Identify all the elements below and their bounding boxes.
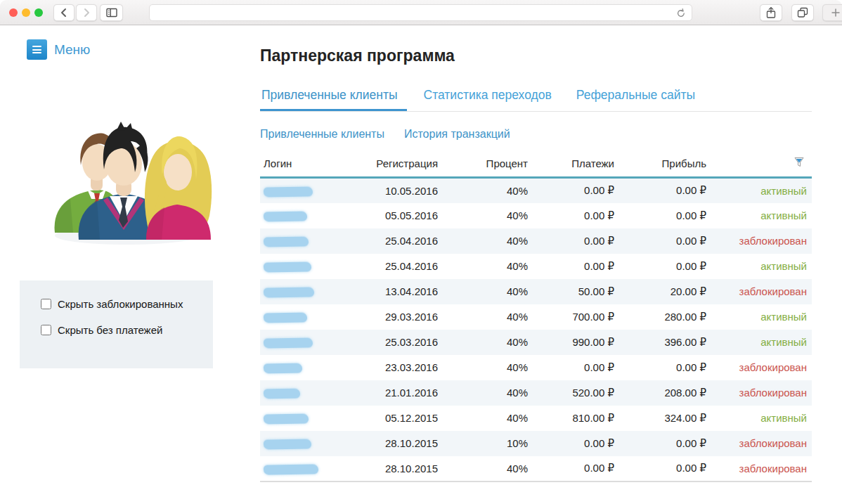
new-tab-button[interactable] (822, 4, 842, 21)
redacted-login[interactable] (264, 413, 309, 424)
status-cell: заблокирован (708, 228, 812, 254)
percent-cell: 40% (439, 330, 529, 355)
payments-cell: 50.00 ₽ (529, 279, 616, 304)
status-cell: активный (708, 254, 812, 279)
tab-referral-sites[interactable]: Реферальные сайты (575, 82, 703, 111)
login-cell (260, 178, 351, 203)
address-bar[interactable] (149, 4, 692, 21)
sidebar-toggle-button[interactable] (100, 4, 123, 21)
redacted-login[interactable] (264, 236, 309, 247)
registration-cell: 10.05.2016 (351, 178, 439, 203)
tab-attracted-clients[interactable]: Привлеченные клиенты (260, 82, 407, 111)
registration-cell: 05.05.2016 (351, 203, 439, 228)
forward-button[interactable] (76, 4, 97, 21)
filter-row-1[interactable]: Скрыть заблокированных (41, 298, 213, 310)
filter-label-1: Скрыть заблокированных (58, 298, 183, 310)
column-header-3: Процент (439, 152, 529, 178)
redacted-login[interactable] (264, 211, 307, 221)
profit-cell: 396.00 ₽ (616, 330, 708, 355)
percent-cell: 40% (439, 279, 529, 304)
profit-cell: 324.00 ₽ (616, 406, 708, 431)
filter-row-2[interactable]: Скрыть без платежей (41, 324, 213, 336)
filter-checkbox-1[interactable] (41, 299, 51, 309)
column-header-2: Регистрация (351, 152, 439, 178)
registration-cell: 13.04.2016 (351, 279, 439, 304)
status-cell: заблокирован (708, 431, 812, 456)
client-row[interactable]: 10.05.201640%0.00 ₽0.00 ₽активный (260, 178, 812, 203)
filter-label-2: Скрыть без платежей (58, 324, 162, 336)
close-window-button[interactable] (9, 8, 18, 17)
column-header-5: Прибыль (616, 152, 708, 178)
subtab-transaction-history[interactable]: История транзакций (404, 128, 510, 141)
percent-cell: 40% (439, 304, 529, 330)
filter-column-header[interactable] (708, 152, 812, 178)
profit-cell: 0.00 ₽ (616, 456, 708, 482)
login-cell (260, 228, 351, 254)
show-all-tabs-button[interactable] (791, 4, 814, 21)
client-row[interactable]: 05.05.201640%0.00 ₽0.00 ₽активный (260, 203, 812, 228)
clients-table-body: 10.05.201640%0.00 ₽0.00 ₽активный05.05.2… (260, 178, 812, 482)
redacted-login[interactable] (264, 312, 307, 323)
redacted-login[interactable] (264, 287, 314, 297)
share-button[interactable] (760, 4, 782, 21)
login-cell (260, 406, 351, 431)
clients-table: ЛогинРегистрацияПроцентПлатежиПрибыль 10… (260, 152, 812, 482)
redacted-login[interactable] (264, 464, 318, 474)
zoom-window-button[interactable] (34, 8, 43, 17)
profit-cell: 20.00 ₽ (616, 279, 708, 304)
subtab-attracted-clients[interactable]: Привлеченные клиенты (260, 128, 384, 141)
browser-toolbar (0, 0, 842, 25)
people-group-image (35, 101, 214, 251)
payments-cell: 990.00 ₽ (529, 330, 616, 355)
profit-cell: 280.00 ₽ (616, 304, 708, 330)
payments-cell: 0.00 ₽ (529, 355, 616, 380)
back-button[interactable] (53, 4, 75, 21)
client-row[interactable]: 29.03.201640%700.00 ₽280.00 ₽активный (260, 304, 812, 330)
client-row[interactable]: 23.03.201640%0.00 ₽0.00 ₽заблокирован (260, 355, 812, 380)
registration-cell: 25.04.2016 (351, 228, 439, 254)
percent-cell: 40% (439, 203, 529, 228)
percent-cell: 40% (439, 380, 529, 406)
tab-transition-stats[interactable]: Статистика переходов (422, 82, 559, 111)
profit-cell: 0.00 ₽ (616, 254, 708, 279)
redacted-login[interactable] (264, 439, 311, 449)
login-cell (260, 431, 351, 456)
payments-cell: 0.00 ₽ (529, 228, 616, 254)
menu-button[interactable] (27, 39, 47, 60)
redacted-login[interactable] (264, 337, 313, 348)
menu-label[interactable]: Меню (54, 42, 90, 58)
percent-cell: 40% (439, 406, 529, 431)
percent-cell: 40% (439, 355, 529, 380)
profit-cell: 0.00 ₽ (616, 228, 708, 254)
client-row[interactable]: 25.04.201640%0.00 ₽0.00 ₽активный (260, 254, 812, 279)
share-icon (764, 6, 778, 20)
client-row[interactable]: 21.01.201640%520.00 ₽208.00 ₽заблокирова… (260, 380, 812, 406)
profit-cell: 0.00 ₽ (616, 203, 708, 228)
client-row[interactable]: 28.10.201540%0.00 ₽0.00 ₽заблокирован (260, 456, 812, 482)
redacted-login[interactable] (264, 261, 311, 272)
client-row[interactable]: 13.04.201640%50.00 ₽20.00 ₽заблокирован (260, 279, 812, 304)
reload-icon[interactable] (675, 7, 687, 20)
chevron-right-icon (80, 6, 93, 19)
payments-cell: 810.00 ₽ (529, 406, 616, 431)
profit-cell: 0.00 ₽ (616, 178, 708, 203)
column-header-1: Логин (260, 152, 351, 178)
redacted-login[interactable] (264, 389, 300, 399)
minimize-window-button[interactable] (22, 8, 30, 17)
payments-cell: 520.00 ₽ (529, 380, 616, 406)
login-cell (260, 380, 351, 406)
login-cell (260, 355, 351, 380)
client-row[interactable]: 28.10.201510%0.00 ₽0.00 ₽заблокирован (260, 431, 812, 456)
page-title: Партнерская программа (260, 46, 455, 65)
filter-checkbox-2[interactable] (41, 325, 51, 335)
client-row[interactable]: 05.12.201540%810.00 ₽324.00 ₽активный (260, 406, 812, 431)
client-row[interactable]: 25.03.201640%990.00 ₽396.00 ₽активный (260, 330, 812, 355)
login-cell (260, 279, 351, 304)
hamburger-icon (32, 46, 41, 47)
registration-cell: 23.03.2016 (351, 355, 439, 380)
profit-cell: 208.00 ₽ (616, 380, 708, 406)
redacted-login[interactable] (264, 186, 313, 197)
redacted-login[interactable] (264, 363, 302, 374)
percent-cell: 40% (439, 456, 529, 482)
client-row[interactable]: 25.04.201640%0.00 ₽0.00 ₽заблокирован (260, 228, 812, 254)
